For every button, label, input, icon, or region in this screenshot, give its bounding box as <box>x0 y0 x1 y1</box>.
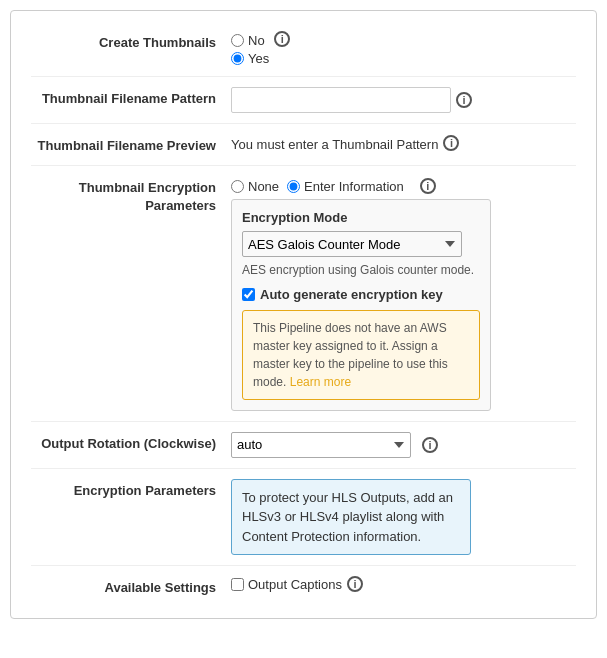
output-rotation-label: Output Rotation (Clockwise) <box>31 432 231 453</box>
encryption-mode-title: Encryption Mode <box>242 210 480 225</box>
enc-none-item: None <box>231 179 279 194</box>
output-captions-label: Output Captions <box>248 577 342 592</box>
output-rotation-info-icon[interactable]: i <box>422 437 438 453</box>
available-settings-info-icon[interactable]: i <box>347 576 363 592</box>
auto-generate-label: Auto generate encryption key <box>260 287 443 302</box>
auto-generate-row: Auto generate encryption key <box>242 287 480 302</box>
encryption-mode-select[interactable]: AES Galois Counter Mode <box>242 231 462 257</box>
thumbnail-encryption-radio-group: None Enter Information i <box>231 176 436 194</box>
filename-preview-label: Thumbnail Filename Preview <box>31 134 231 155</box>
form-container: Create Thumbnails No Yes i Thumbnail Fil… <box>10 10 597 619</box>
create-thumbnails-no-label: No <box>248 33 265 48</box>
rotation-row: auto 0 90 180 270 i <box>231 432 438 458</box>
encryption-parameters-info-text: To protect your HLS Outputs, add an HLSv… <box>242 490 453 544</box>
enc-enter-item: Enter Information <box>287 179 404 194</box>
filename-preview-message: You must enter a Thumbnail Pattern <box>231 134 438 152</box>
filename-pattern-row: Thumbnail Filename Pattern i <box>31 77 576 124</box>
filename-preview-row: Thumbnail Filename Preview You must ente… <box>31 124 576 166</box>
filename-pattern-input[interactable] <box>231 87 451 113</box>
filename-pattern-control: i <box>231 87 576 113</box>
filename-pattern-label: Thumbnail Filename Pattern <box>31 87 231 108</box>
create-thumbnails-info-icon[interactable]: i <box>274 31 290 47</box>
filename-preview-info-icon[interactable]: i <box>443 135 459 151</box>
auto-generate-checkbox[interactable] <box>242 288 255 301</box>
thumbnail-encryption-info-icon[interactable]: i <box>420 178 436 194</box>
thumbnail-encryption-label: Thumbnail Encryption Parameters <box>31 176 231 215</box>
create-thumbnails-no-item: No <box>231 33 269 48</box>
filename-pattern-info-icon[interactable]: i <box>456 92 472 108</box>
learn-more-link[interactable]: Learn more <box>290 375 351 389</box>
thumbnail-encryption-row: Thumbnail Encryption Parameters None Ent… <box>31 166 576 422</box>
create-thumbnails-label: Create Thumbnails <box>31 31 231 52</box>
enc-enter-radio[interactable] <box>287 180 300 193</box>
encryption-parameters-row: Encryption Parameters To protect your HL… <box>31 469 576 567</box>
encryption-parameters-info-box: To protect your HLS Outputs, add an HLSv… <box>231 479 471 556</box>
encryption-parameters-control: To protect your HLS Outputs, add an HLSv… <box>231 479 576 556</box>
encryption-mode-description: AES encryption using Galois counter mode… <box>242 262 480 279</box>
enc-none-radio[interactable] <box>231 180 244 193</box>
filename-preview-control: You must enter a Thumbnail Pattern i <box>231 134 576 152</box>
encryption-parameters-label: Encryption Parameters <box>31 479 231 500</box>
create-thumbnails-yes-label: Yes <box>248 51 269 66</box>
enc-none-label: None <box>248 179 279 194</box>
enc-enter-label: Enter Information <box>304 179 404 194</box>
create-thumbnails-radio-group: No Yes <box>231 31 269 66</box>
output-captions-item: Output Captions <box>231 577 342 592</box>
available-settings-control: Output Captions i <box>231 576 576 592</box>
warning-box: This Pipeline does not have an AWS maste… <box>242 310 480 400</box>
output-rotation-row: Output Rotation (Clockwise) auto 0 90 18… <box>31 422 576 469</box>
output-rotation-select[interactable]: auto 0 90 180 270 <box>231 432 411 458</box>
available-settings-label: Available Settings <box>31 576 231 597</box>
thumbnail-encryption-control: None Enter Information i Encryption Mode… <box>231 176 576 411</box>
encryption-panel: Encryption Mode AES Galois Counter Mode … <box>231 199 491 411</box>
output-captions-checkbox[interactable] <box>231 578 244 591</box>
available-settings-row: Available Settings Output Captions i <box>31 566 576 607</box>
create-thumbnails-yes-item: Yes <box>231 51 269 66</box>
output-rotation-control: auto 0 90 180 270 i <box>231 432 576 458</box>
create-thumbnails-control: No Yes i <box>231 31 576 66</box>
create-thumbnails-row: Create Thumbnails No Yes i <box>31 21 576 77</box>
create-thumbnails-no-radio[interactable] <box>231 34 244 47</box>
create-thumbnails-yes-radio[interactable] <box>231 52 244 65</box>
